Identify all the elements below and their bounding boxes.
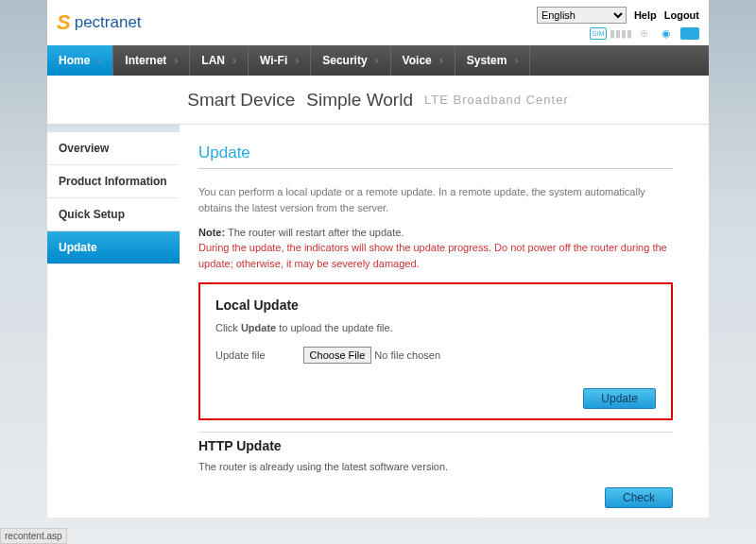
title-divider	[198, 168, 673, 169]
local-update-title: Local Update	[215, 298, 656, 313]
local-update-box: Local Update Click Update to upload the …	[198, 282, 673, 420]
main-nav: Home Internet LAN Wi-Fi Security Voice S…	[47, 45, 709, 76]
nav-internet[interactable]: Internet	[113, 45, 190, 76]
language-select[interactable]: English	[537, 7, 627, 24]
tagline-part2: Simple World	[306, 90, 413, 110]
file-status: No file chosen	[374, 349, 440, 361]
sim-icon: SIM	[590, 27, 607, 40]
tagline-part3: LTE Broadband Center	[424, 93, 569, 107]
tagline: Smart Device Simple World LTE Broadband …	[47, 76, 709, 125]
http-update-status: The router is already using the latest s…	[198, 461, 673, 472]
browser-status-bar: recontent.asp	[0, 528, 67, 544]
battery-icon	[680, 27, 699, 40]
choose-file-button[interactable]: Choose File	[303, 347, 372, 364]
tagline-part1: Smart Device	[187, 90, 295, 110]
http-update-section: HTTP Update The router is already using …	[198, 432, 673, 508]
logo: Spectranet	[57, 10, 142, 35]
check-button[interactable]: Check	[605, 487, 673, 508]
nav-wifi[interactable]: Wi-Fi	[249, 45, 311, 76]
globe-icon: ⊕	[635, 27, 652, 40]
sidebar: Overview Product Information Quick Setup…	[47, 125, 180, 518]
wifi-icon: ◉	[658, 27, 675, 40]
logo-mark-icon: S	[57, 10, 71, 35]
header: Spectranet English Help Logout SIM ▮▮▮▮ …	[47, 0, 709, 45]
page-title: Update	[198, 144, 673, 162]
warning-text: During the update, the indicators will s…	[198, 240, 673, 271]
nav-voice[interactable]: Voice	[391, 45, 455, 76]
sidebar-item-product-info[interactable]: Product Information	[47, 165, 180, 198]
nav-lan[interactable]: LAN	[190, 45, 249, 76]
status-icons: SIM ▮▮▮▮ ⊕ ◉	[590, 27, 699, 40]
sidebar-item-overview[interactable]: Overview	[47, 132, 180, 165]
nav-security[interactable]: Security	[311, 45, 390, 76]
brand-name: pectranet	[75, 13, 142, 32]
update-button[interactable]: Update	[583, 388, 656, 409]
http-update-title: HTTP Update	[198, 432, 673, 453]
signal-icon: ▮▮▮▮	[612, 27, 629, 40]
local-update-desc: Click Update to upload the update file.	[215, 322, 656, 333]
nav-system[interactable]: System	[455, 45, 531, 76]
nav-home[interactable]: Home	[47, 45, 113, 76]
logout-link[interactable]: Logout	[664, 9, 699, 21]
update-file-label: Update file	[215, 349, 266, 361]
intro-text: You can perform a local update or a remo…	[198, 184, 673, 215]
sidebar-item-quick-setup[interactable]: Quick Setup	[47, 198, 180, 231]
sidebar-item-update[interactable]: Update	[47, 231, 180, 264]
help-link[interactable]: Help	[634, 9, 657, 21]
main-content: Update You can perform a local update or…	[180, 125, 709, 518]
note-text: Note: The router will restart after the …	[198, 227, 673, 238]
